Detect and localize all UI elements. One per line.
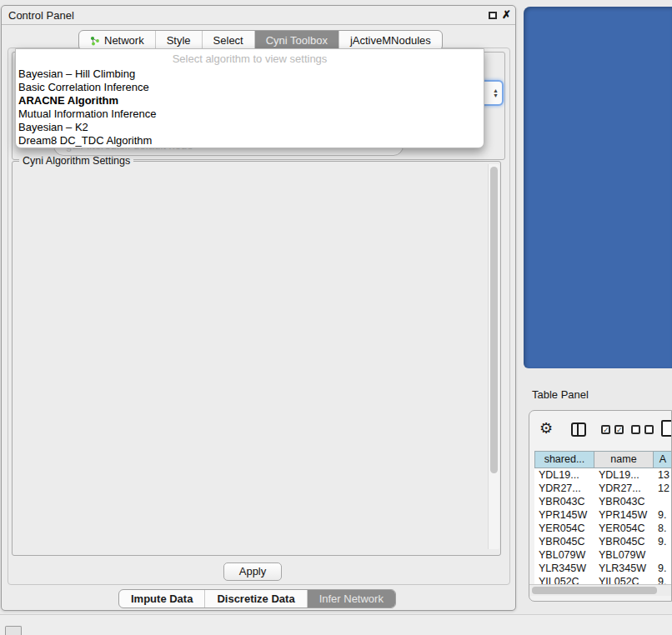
- settings-vertical-scrollbar[interactable]: [488, 164, 499, 549]
- cyni-algorithm-settings-group: Cyni Algorithm Settings: [12, 161, 501, 556]
- stepper-arrows-icon: ▲▼: [493, 88, 499, 98]
- table-row[interactable]: YBR043CYBR043C: [534, 495, 672, 508]
- column-header-name[interactable]: name: [594, 451, 654, 468]
- table-header-row: shared... name A: [534, 451, 672, 468]
- table-row[interactable]: YLR345WYLR345W9.: [534, 562, 672, 575]
- float-window-icon[interactable]: [489, 12, 497, 19]
- algorithm-option[interactable]: Mutual Information Inference: [16, 108, 484, 121]
- table-row[interactable]: YPR145WYPR145W9.: [534, 508, 672, 522]
- tab-discretize-data[interactable]: Discretize Data: [204, 590, 306, 608]
- tab-infer-network[interactable]: Infer Network: [307, 590, 395, 608]
- table-row[interactable]: YER054CYER054C8.: [534, 522, 672, 535]
- settings-group-title: Cyni Algorithm Settings: [19, 155, 133, 167]
- minimized-panel-button[interactable]: [5, 626, 22, 635]
- tab-cyni-toolbox[interactable]: Cyni Toolbox: [254, 31, 339, 50]
- tab-impute-data[interactable]: Impute Data: [119, 590, 204, 608]
- scrollbar-thumb[interactable]: [490, 167, 498, 473]
- tab-network-label: Network: [104, 31, 144, 50]
- table-row[interactable]: YBL079WYBL079W: [534, 548, 672, 562]
- table-row[interactable]: YDR27...YDR27...12: [534, 482, 672, 495]
- control-panel-titlebar: Control Panel ✗: [2, 6, 515, 25]
- gear-icon[interactable]: ⚙: [539, 419, 553, 438]
- export-table-icon[interactable]: [661, 420, 672, 437]
- tab-select[interactable]: Select: [202, 31, 254, 50]
- algorithm-dropdown-popup: Select algorithm to view settings Bayesi…: [15, 48, 484, 148]
- algorithm-option-selected[interactable]: ARACNE Algorithm: [16, 94, 484, 108]
- column-header-shared-name[interactable]: shared...: [534, 451, 594, 468]
- select-all-checkbox-icon[interactable]: ✓: [614, 425, 624, 434]
- table-horizontal-scrollbar[interactable]: [529, 584, 672, 596]
- dropdown-prompt: Select algorithm to view settings: [16, 49, 484, 68]
- scrollbar-thumb[interactable]: [532, 587, 657, 594]
- network-icon: [90, 36, 100, 46]
- tab-network[interactable]: Network: [79, 31, 155, 50]
- split-columns-icon[interactable]: [571, 422, 586, 437]
- algorithm-option[interactable]: Bayesian – K2: [16, 121, 484, 134]
- column-header-partial[interactable]: A: [654, 451, 672, 468]
- close-icon[interactable]: ✗: [502, 8, 511, 21]
- network-view-frame: GAL GAL80 GAL10 GAL1 GAL11 SWI4 GAL4 GCY…: [524, 7, 672, 368]
- algorithm-option[interactable]: Dream8 DC_TDC Algorithm: [16, 134, 484, 148]
- control-panel-window: Control Panel ✗ Network Style Select Cyn…: [1, 5, 516, 611]
- bottom-divider-strip: [0, 614, 672, 635]
- table-toolbar: ⚙ ✓ ✓: [529, 411, 671, 450]
- tab-style[interactable]: Style: [155, 31, 202, 50]
- select-all-checkbox-icon[interactable]: ✓: [601, 425, 610, 434]
- deselect-all-checkbox-icon[interactable]: [631, 425, 640, 434]
- window-title: Control Panel: [8, 9, 74, 22]
- table-row[interactable]: YDL19...YDL19...13: [534, 468, 672, 482]
- deselect-all-checkbox-icon[interactable]: [644, 425, 654, 434]
- bottom-tabstrip: Impute Data Discretize Data Infer Networ…: [118, 589, 396, 608]
- table-panel-window: ⚙ ✓ ✓ shared... name A YDL19...YDL19...1…: [529, 410, 672, 602]
- apply-button[interactable]: Apply: [223, 562, 282, 581]
- table-rows: YDL19...YDL19...13 YDR27...YDR27...12 YB…: [534, 468, 672, 585]
- algorithm-option[interactable]: Bayesian – Hill Climbing: [16, 68, 484, 81]
- table-row[interactable]: YBR045CYBR045C9.: [534, 535, 672, 548]
- table-panel-title: Table Panel: [532, 388, 589, 401]
- tab-jactivemnodules[interactable]: jActiveMNodules: [339, 31, 442, 50]
- algorithm-option[interactable]: Basic Correlation Inference: [16, 81, 484, 94]
